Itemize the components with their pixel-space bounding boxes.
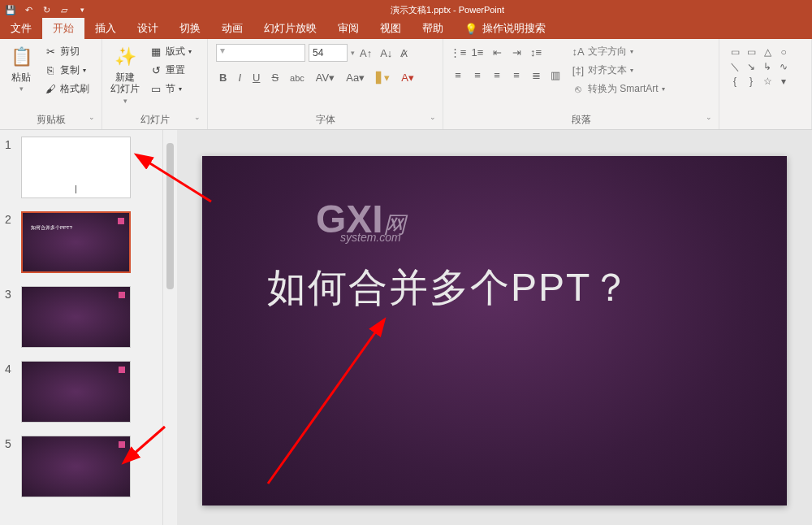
tab-review[interactable]: 审阅 xyxy=(327,18,369,39)
cut-button[interactable]: ✂剪切 xyxy=(41,44,93,59)
new-slide-icon: ✨ xyxy=(112,44,138,70)
numbering-icon[interactable]: 1≡ xyxy=(469,44,486,60)
shape-tri-icon[interactable]: △ xyxy=(760,46,775,59)
scrollbar-handle[interactable] xyxy=(166,143,174,289)
slide-title[interactable]: 如何合并多个PPT？ xyxy=(267,262,632,314)
italic-button[interactable]: I xyxy=(236,70,243,85)
font-family-select[interactable]: ▾ xyxy=(216,44,305,62)
paste-button[interactable]: 📋 粘贴 ▾ xyxy=(5,42,37,94)
shape-line-icon[interactable]: ＼ xyxy=(728,60,742,73)
tab-insert[interactable]: 插入 xyxy=(84,18,127,39)
tab-animations[interactable]: 动画 xyxy=(211,18,253,39)
thumb-preview xyxy=(21,361,131,423)
tab-slideshow[interactable]: 幻灯片放映 xyxy=(253,18,327,39)
reset-button[interactable]: ↺重置 xyxy=(146,63,195,78)
increase-font-icon[interactable]: A↑ xyxy=(358,46,374,61)
save-icon[interactable]: 💾 xyxy=(5,4,16,15)
bold-button[interactable]: B xyxy=(218,70,228,85)
decrease-indent-icon[interactable]: ⇤ xyxy=(489,44,505,60)
decrease-font-icon[interactable]: A↓ xyxy=(378,46,394,61)
distribute-icon[interactable]: ≣ xyxy=(528,67,544,83)
group-font: ▾ ▾ A↑ A↓ A̷ B I U S abc AV▾ Aa▾ ▋▾ A▾ xyxy=(208,39,443,129)
undo-icon[interactable]: ↶ xyxy=(23,4,34,15)
section-icon: ▭ xyxy=(149,83,162,96)
shapes-gallery[interactable]: ▭ ▭ △ ○ ＼ ↘ ↳ ∿ { } ☆ ▾ xyxy=(728,46,791,88)
shape-elbow-icon[interactable]: ↳ xyxy=(760,60,775,73)
align-right-icon[interactable]: ≡ xyxy=(489,67,505,83)
quick-access-toolbar: 💾 ↶ ↻ ▱ ▾ xyxy=(5,4,88,15)
scissors-icon: ✂ xyxy=(44,46,57,59)
thumbnail-scrollbar[interactable] xyxy=(162,130,177,525)
group-label-font: 字体 xyxy=(213,111,438,129)
thumbnail-4[interactable]: 4 xyxy=(0,354,162,429)
underline-button[interactable]: U xyxy=(251,70,261,85)
thumb-preview xyxy=(21,137,131,198)
columns-icon[interactable]: ▥ xyxy=(547,67,564,83)
qat-customize-icon[interactable]: ▾ xyxy=(76,4,88,15)
align-left-icon[interactable]: ≡ xyxy=(450,67,466,83)
clear-format-icon[interactable]: A̷ xyxy=(399,46,409,61)
char-spacing-button[interactable]: AV▾ xyxy=(314,70,336,85)
shape-brace2-icon[interactable]: } xyxy=(744,75,758,88)
line-spacing-icon[interactable]: ↕≡ xyxy=(528,44,544,60)
group-clipboard: 📋 粘贴 ▾ ✂剪切 ⎘复制▾ 🖌格式刷 剪贴板 xyxy=(0,39,102,129)
paste-icon: 📋 xyxy=(8,44,34,70)
highlight-button[interactable]: ▋▾ xyxy=(374,70,391,85)
watermark-sub: system.com xyxy=(340,231,401,244)
new-slide-button[interactable]: ✨ 新建 幻灯片 ▾ xyxy=(107,42,143,106)
shape-arrow-icon[interactable]: ↘ xyxy=(744,60,758,73)
shape-star-icon[interactable]: ☆ xyxy=(760,75,775,88)
smartart-icon: ⎋ xyxy=(572,83,585,96)
group-label-slides: 幻灯片 xyxy=(107,111,202,129)
font-size-input[interactable] xyxy=(309,44,348,62)
smartart-button[interactable]: ⎋转换为 SmartArt▾ xyxy=(568,81,668,97)
shape-more-icon[interactable]: ▾ xyxy=(776,75,791,88)
group-slides: ✨ 新建 幻灯片 ▾ ▦版式▾ ↺重置 ▭节▾ 幻灯片 xyxy=(102,39,208,129)
align-text-button[interactable]: [‡]对齐文本▾ xyxy=(568,63,668,78)
thumbnail-2[interactable]: 2 如何合并多个PPT? xyxy=(0,205,162,280)
lightbulb-icon: 💡 xyxy=(464,23,477,35)
shape-rect-icon[interactable]: ▭ xyxy=(728,46,742,59)
increase-indent-icon[interactable]: ⇥ xyxy=(508,44,525,60)
tab-home[interactable]: 开始 xyxy=(42,18,84,39)
thumb-preview: 如何合并多个PPT? xyxy=(21,211,131,273)
thumbnail-5[interactable]: 5 xyxy=(0,429,162,504)
workspace: 1 2 如何合并多个PPT? 3 4 5 xyxy=(0,130,812,525)
justify-icon[interactable]: ≡ xyxy=(508,67,525,83)
align-text-icon: [‡] xyxy=(572,64,585,77)
group-label-paragraph: 段落 xyxy=(448,111,714,129)
change-case-button[interactable]: Aa▾ xyxy=(344,70,366,85)
tab-view[interactable]: 视图 xyxy=(369,18,412,39)
layout-button[interactable]: ▦版式▾ xyxy=(146,44,195,59)
text-direction-icon: ↕A xyxy=(572,46,585,59)
bullets-icon[interactable]: ⋮≡ xyxy=(450,44,466,60)
text-direction-button[interactable]: ↕A文字方向▾ xyxy=(568,44,668,59)
copy-button[interactable]: ⎘复制▾ xyxy=(41,63,93,78)
shape-brace-icon[interactable]: { xyxy=(728,75,742,88)
strikethrough-button[interactable]: S xyxy=(270,70,280,85)
format-painter-button[interactable]: 🖌格式刷 xyxy=(41,81,93,97)
group-paragraph: ⋮≡ 1≡ ⇤ ⇥ ↕≡ ≡ ≡ ≡ ≡ ≣ ▥ ↕A文字方向▾ xyxy=(443,39,719,129)
section-button[interactable]: ▭节▾ xyxy=(146,81,195,97)
thumb-number: 1 xyxy=(5,137,15,198)
redo-icon[interactable]: ↻ xyxy=(41,4,52,15)
layout-icon: ▦ xyxy=(149,46,162,59)
thumbnail-3[interactable]: 3 xyxy=(0,280,162,354)
tab-file[interactable]: 文件 xyxy=(0,18,42,39)
shape-rect2-icon[interactable]: ▭ xyxy=(744,46,758,59)
thumbnail-1[interactable]: 1 xyxy=(0,130,162,205)
start-from-beginning-icon[interactable]: ▱ xyxy=(58,4,70,15)
tab-transitions[interactable]: 切换 xyxy=(169,18,211,39)
tell-me[interactable]: 💡 操作说明搜索 xyxy=(454,18,556,39)
shadow-button[interactable]: abc xyxy=(288,72,306,85)
font-color-button[interactable]: A▾ xyxy=(400,70,416,85)
align-center-icon[interactable]: ≡ xyxy=(469,67,486,83)
tab-design[interactable]: 设计 xyxy=(127,18,169,39)
slide-canvas: GXI 网 system.com 如何合并多个PPT？ xyxy=(177,130,812,525)
slide[interactable]: GXI 网 system.com 如何合并多个PPT？ xyxy=(202,156,787,505)
tab-help[interactable]: 帮助 xyxy=(412,18,454,39)
thumb-number: 4 xyxy=(5,361,15,423)
shape-circle-icon[interactable]: ○ xyxy=(776,46,791,59)
group-drawing: ▭ ▭ △ ○ ＼ ↘ ↳ ∿ { } ☆ ▾ xyxy=(719,39,812,129)
shape-curve-icon[interactable]: ∿ xyxy=(776,60,791,73)
